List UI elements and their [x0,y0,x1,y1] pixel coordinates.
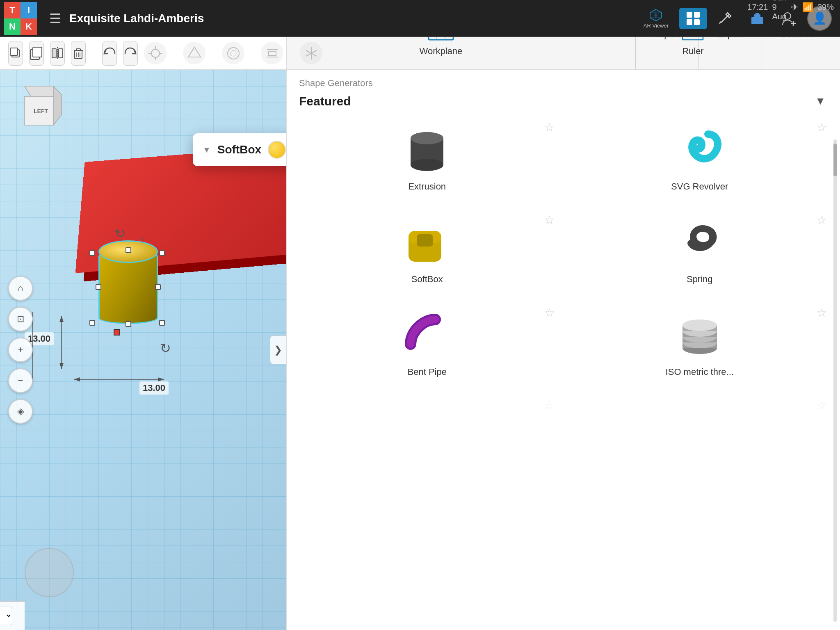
sel-corner-tr[interactable] [159,250,165,256]
shape-item-softbox[interactable]: ☆ SoftBox [295,208,559,293]
viewport[interactable]: ↻ ↑ ↻ 13.00 13.00 ▼ SoftB [0,70,286,630]
sel-corner-br[interactable] [159,320,165,326]
snap-grid-select[interactable]: 1.0 mm 0.5 mm 2.0 mm [0,607,12,625]
ar-viewer-label: AR Viewer [644,23,669,29]
light-tool-button[interactable] [144,42,167,64]
svg-point-0 [654,14,657,17]
duplicate-button[interactable] [8,41,23,66]
svg-point-30 [228,48,239,59]
svgrevolver-thumbnail [669,124,730,177]
svg-text:LEFT: LEFT [34,108,48,114]
extrusion-label: Extrusion [408,181,446,192]
sel-corner-tl[interactable] [89,250,95,256]
home-button[interactable]: ⌂ [8,276,33,301]
circle-tool-button[interactable] [222,42,244,64]
copy-button[interactable] [29,41,44,66]
svg-rect-4 [694,19,700,25]
softbox-popup-title: SoftBox [217,143,261,156]
handle-left[interactable] [96,284,101,290]
project-title: Exquisite Lahdi-Amberis [69,12,637,25]
favorite-spring-star[interactable]: ☆ [817,213,827,227]
airplane-icon: ✈ [791,2,798,13]
tools-button[interactable] [711,8,739,29]
zoom-out-button[interactable]: − [8,368,33,393]
shape-tool-button[interactable] [183,42,205,64]
viewport-expand-button[interactable]: ❯ [270,336,286,364]
extrusion-thumbnail [396,124,458,177]
favorite-svgrevolver-star[interactable]: ☆ [817,121,827,134]
ar-viewer-button[interactable]: AR Viewer [637,5,675,32]
softbox-label: SoftBox [411,274,443,285]
svg-point-24 [151,49,160,57]
shape-generators-selector: Featured ▼ [287,91,840,116]
svg-marker-75 [53,86,62,125]
nav-cube[interactable]: LEFT [12,82,53,123]
svg-rect-20 [76,49,80,51]
zoom-in-button[interactable]: + [8,338,33,362]
handle-bottom[interactable] [126,321,131,327]
perspective-button[interactable]: ◈ [8,399,33,424]
spring-thumbnail [669,217,730,270]
yellow-cylinder-group[interactable] [98,250,158,328]
shape-item-spring[interactable]: ☆ Spring [568,208,832,293]
logo[interactable]: T I N K [4,2,37,35]
svgrevolver-label: SVG Revolver [671,181,728,192]
svg-point-31 [231,50,236,56]
battery-icon: 39% [817,2,834,12]
redo-button[interactable] [123,41,138,66]
delete-button[interactable] [71,41,86,66]
shape-item-extrusion[interactable]: ☆ Extrusion [295,116,559,200]
svg-marker-71 [74,377,80,381]
featured-label: Featured [299,94,813,108]
svg-rect-14 [33,47,42,57]
wifi-icon: 📶 [802,2,813,13]
rotation-arrow-bottom: ↻ [160,340,171,356]
svg-rect-2 [694,12,700,18]
softbox-popup: ▼ SoftBox 🔒 💡 [193,133,286,166]
favorite-isometric-star[interactable]: ☆ [817,306,827,320]
objects-container: ↻ ↑ ↻ 13.00 13.00 ▼ SoftB [0,70,286,630]
compass-circle[interactable] [25,548,74,597]
softbox-arrow[interactable]: ▼ [203,145,211,155]
shape-grid-scrollbar[interactable] [833,139,837,622]
svg-rect-15 [52,49,56,58]
workplane-label: Workplane [420,46,463,57]
status-time: 17:21 [747,2,768,12]
handle-right[interactable] [155,284,161,290]
logo-k: K [21,18,37,35]
featured-dropdown-button[interactable]: ▼ [813,93,828,110]
shape-item-svg-revolver[interactable]: ☆ SVG Revolver [568,116,832,200]
favorite-bentpipe-star[interactable]: ☆ [544,306,555,320]
edit-toolbar [0,37,286,70]
right-panel: Import Export Send To Workplane [286,0,840,630]
fit-button[interactable]: ⊡ [8,307,33,331]
favorite-extrusion-star[interactable]: ☆ [544,121,555,134]
softbox-thumbnail [396,217,458,270]
scrollbar-thumb[interactable] [833,144,837,176]
center-tool-group [144,42,322,64]
handle-top[interactable] [126,247,131,253]
color-yellow-button[interactable] [268,141,286,159]
shape-item-placeholder-2: ☆ [568,394,832,463]
bentpipe-thumbnail [396,309,458,363]
mirror-sym-button[interactable] [300,42,322,64]
shape-item-placeholder-1: ☆ [295,394,559,463]
svg-rect-33 [269,51,276,55]
grid-view-button[interactable] [679,8,707,29]
menu-button[interactable]: ☰ [49,11,61,26]
shape-generators-header: Shape Generators [287,70,840,91]
svg-marker-69 [59,363,64,369]
align-tool-button[interactable] [261,42,283,64]
shape-item-bent-pipe[interactable]: ☆ Bent Pipe [295,301,559,386]
mirror-button[interactable] [50,41,65,66]
status-date: Sun 9 Aug [772,0,787,21]
shape-generators-label: Shape Generators [299,78,373,88]
left-controls: ⌂ ⊡ + − ◈ [8,276,33,424]
sel-corner-bl[interactable] [89,320,95,326]
svg-marker-68 [59,316,64,322]
base-point[interactable] [114,329,120,336]
isometric-label: ISO metric thre... [666,367,734,377]
shape-item-iso-metric[interactable]: ☆ ISO metric thre... [568,301,832,386]
undo-button[interactable] [102,41,117,66]
favorite-softbox-star[interactable]: ☆ [544,213,555,227]
